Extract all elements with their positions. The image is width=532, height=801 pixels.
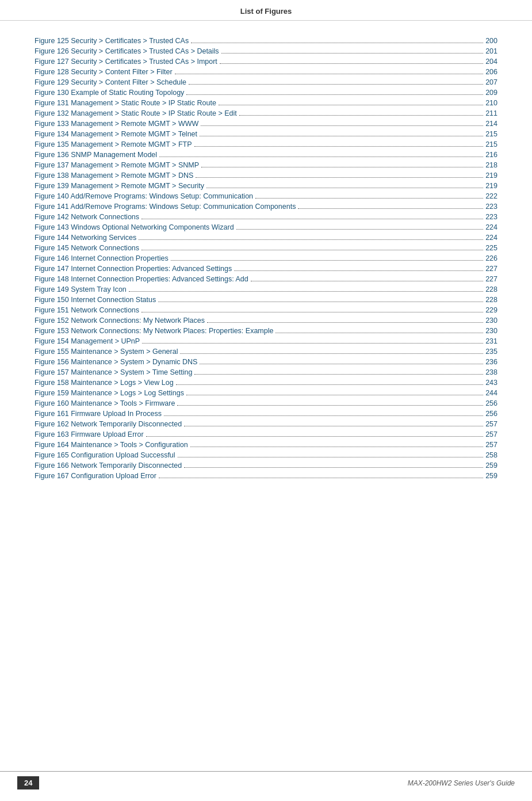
- figure-page-number: 229: [485, 306, 497, 314]
- figure-label: Figure 131 Management > Static Route > I…: [35, 99, 216, 107]
- figure-dots: [171, 260, 483, 261]
- list-item: Figure 143 Windows Optional Networking C…: [35, 223, 497, 231]
- figure-label: Figure 147 Internet Connection Propertie…: [35, 265, 232, 273]
- figure-dots: [206, 188, 483, 188]
- figure-dots: [200, 364, 483, 364]
- figure-dots: [141, 250, 483, 250]
- list-item: Figure 144 Networking Services224: [35, 234, 497, 242]
- figure-page-number: 256: [485, 410, 497, 418]
- figure-dots: [234, 270, 483, 271]
- figure-page-number: 259: [485, 472, 497, 480]
- figure-dots: [219, 105, 483, 105]
- list-item: Figure 136 SNMP Management Model216: [35, 151, 497, 159]
- figure-label: Figure 137 Management > Remote MGMT > SN…: [35, 161, 199, 169]
- figure-label: Figure 141 Add/Remove Programs: Windows …: [35, 203, 296, 211]
- list-item: Figure 153 Network Connections: My Netwo…: [35, 327, 497, 335]
- footer-guide-title: MAX-200HW2 Series User's Guide: [408, 779, 515, 787]
- figure-dots: [196, 177, 483, 178]
- list-item: Figure 156 Maintenance > System > Dynami…: [35, 358, 497, 366]
- page-footer: 24 MAX-200HW2 Series User's Guide: [0, 771, 532, 789]
- figure-label: Figure 163 Firmware Upload Error: [35, 430, 144, 438]
- figure-page-number: 227: [485, 275, 497, 283]
- figure-dots: [239, 115, 483, 116]
- figure-page-number: 230: [485, 327, 497, 335]
- figure-page-number: 226: [485, 254, 497, 262]
- figure-dots: [207, 322, 483, 323]
- figure-label: Figure 165 Configuration Upload Successf…: [35, 451, 175, 459]
- list-item: Figure 151 Network Connections229: [35, 306, 497, 314]
- figure-dots: [129, 291, 483, 292]
- figure-dots: [141, 312, 483, 312]
- figure-page-number: 210: [485, 99, 497, 107]
- figure-label: Figure 129 Security > Content Filter > S…: [35, 78, 186, 86]
- figure-dots: [176, 384, 484, 385]
- figure-page-number: 207: [485, 78, 497, 86]
- list-item: Figure 159 Maintenance > Logs > Log Sett…: [35, 389, 497, 397]
- figure-page-number: 228: [485, 296, 497, 304]
- list-item: Figure 135 Management > Remote MGMT > FT…: [35, 140, 497, 148]
- list-item: Figure 138 Management > Remote MGMT > DN…: [35, 171, 497, 180]
- figure-page-number: 219: [485, 171, 497, 180]
- list-item: Figure 166 Network Temporarily Disconnec…: [35, 461, 497, 470]
- figure-page-number: 256: [485, 399, 497, 407]
- figure-dots: [191, 43, 483, 43]
- list-item: Figure 139 Management > Remote MGMT > Se…: [35, 182, 497, 190]
- figure-dots: [177, 405, 483, 406]
- list-item: Figure 142 Network Connections223: [35, 213, 497, 221]
- footer-page-number: 24: [17, 776, 39, 789]
- list-item: Figure 146 Internet Connection Propertie…: [35, 254, 497, 262]
- figure-dots: [164, 415, 483, 416]
- figure-dots: [142, 343, 483, 344]
- figure-dots: [201, 125, 483, 126]
- list-item: Figure 162 Network Temporarily Disconnec…: [35, 420, 497, 428]
- page-header: List of Figures: [0, 0, 532, 21]
- figure-label: Figure 150 Internet Connection Status: [35, 296, 156, 304]
- figure-label: Figure 125 Security > Certificates > Tru…: [35, 37, 189, 45]
- list-item: Figure 125 Security > Certificates > Tru…: [35, 37, 497, 45]
- figure-label: Figure 144 Networking Services: [35, 234, 136, 242]
- figure-page-number: 257: [485, 430, 497, 438]
- figure-label: Figure 161 Firmware Upload In Process: [35, 410, 162, 418]
- figure-page-number: 216: [485, 151, 497, 159]
- list-item: Figure 141 Add/Remove Programs: Windows …: [35, 203, 497, 211]
- figure-page-number: 206: [485, 68, 497, 76]
- header-title: List of Figures: [240, 7, 292, 16]
- figure-page-number: 200: [485, 37, 497, 45]
- list-item: Figure 150 Internet Connection Status228: [35, 296, 497, 304]
- figure-dots: [236, 229, 483, 230]
- figure-label: Figure 157 Maintenance > System > Time S…: [35, 368, 192, 376]
- figure-page-number: 223: [485, 213, 497, 221]
- figure-label: Figure 128 Security > Content Filter > F…: [35, 68, 173, 76]
- figure-dots: [141, 219, 483, 219]
- figure-label: Figure 135 Management > Remote MGMT > FT…: [35, 140, 192, 148]
- figure-page-number: 259: [485, 461, 497, 470]
- list-item: Figure 154 Management > UPnP231: [35, 337, 497, 345]
- figure-label: Figure 145 Network Connections: [35, 244, 139, 252]
- figure-page-number: 227: [485, 265, 497, 273]
- list-item: Figure 128 Security > Content Filter > F…: [35, 68, 497, 76]
- figure-dots: [184, 467, 483, 468]
- content-area: Figure 125 Security > Certificates > Tru…: [0, 31, 532, 528]
- figure-label: Figure 159 Maintenance > Logs > Log Sett…: [35, 389, 184, 397]
- figure-label: Figure 167 Configuration Upload Error: [35, 472, 156, 480]
- figure-label: Figure 130 Example of Static Routing Top…: [35, 89, 184, 97]
- figure-label: Figure 143 Windows Optional Networking C…: [35, 223, 234, 231]
- figure-page-number: 243: [485, 379, 497, 387]
- figure-label: Figure 152 Network Connections: My Netwo…: [35, 316, 205, 325]
- list-item: Figure 140 Add/Remove Programs: Windows …: [35, 192, 497, 200]
- figure-label: Figure 127 Security > Certificates > Tru…: [35, 58, 217, 66]
- figure-dots: [220, 63, 483, 64]
- figure-label: Figure 160 Maintenance > Tools > Firmwar…: [35, 399, 175, 407]
- figure-dots: [158, 302, 483, 302]
- figure-label: Figure 139 Management > Remote MGMT > Se…: [35, 182, 204, 190]
- figure-label: Figure 126 Security > Certificates > Tru…: [35, 47, 219, 55]
- figure-label: Figure 146 Internet Connection Propertie…: [35, 254, 169, 262]
- figure-page-number: 257: [485, 441, 497, 449]
- figure-dots: [251, 281, 483, 281]
- figure-label: Figure 140 Add/Remove Programs: Windows …: [35, 192, 253, 200]
- figure-label: Figure 132 Management > Static Route > I…: [35, 109, 237, 117]
- figure-dots: [194, 146, 484, 147]
- list-item: Figure 131 Management > Static Route > I…: [35, 99, 497, 107]
- figure-dots: [184, 426, 483, 426]
- figure-label: Figure 149 System Tray Icon: [35, 285, 127, 293]
